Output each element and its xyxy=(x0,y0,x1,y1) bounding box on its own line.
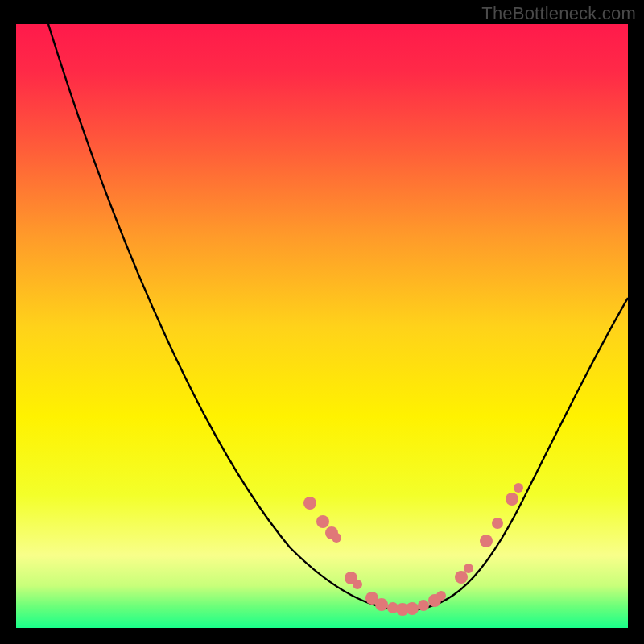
data-marker xyxy=(455,571,468,584)
data-marker xyxy=(436,591,446,601)
data-marker xyxy=(480,535,493,547)
chart-svg xyxy=(0,0,644,644)
data-marker xyxy=(514,483,523,493)
data-marker xyxy=(353,580,362,589)
data-marker xyxy=(418,600,429,611)
data-marker xyxy=(492,518,503,529)
data-marker xyxy=(303,497,316,510)
attribution-text: TheBottleneck.com xyxy=(481,3,636,24)
data-marker xyxy=(375,598,388,611)
data-marker xyxy=(406,602,419,615)
plot-background xyxy=(16,24,628,628)
data-marker xyxy=(316,515,329,528)
data-marker xyxy=(332,533,341,543)
chart-stage: TheBottleneck.com xyxy=(0,0,644,644)
data-marker xyxy=(506,493,518,506)
data-marker xyxy=(464,564,473,573)
